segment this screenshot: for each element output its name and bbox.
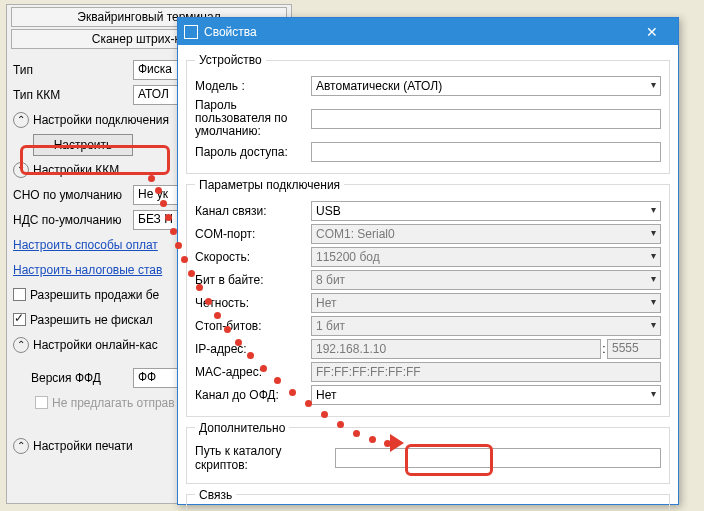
checkbox-allow-nonfiscal[interactable]	[13, 313, 26, 326]
bits-label: Бит в байте:	[195, 273, 311, 287]
properties-dialog: Свойства ✕ Устройство Модель : Автоматич…	[177, 17, 679, 505]
accesspass-label: Пароль доступа:	[195, 145, 311, 159]
ffd-label: Версия ФФД	[13, 371, 133, 385]
link-tax-rates[interactable]: Настроить налоговые став	[13, 263, 162, 277]
checkbox-allow-sales-label: Разрешить продажи бе	[30, 288, 159, 302]
scriptpath-input[interactable]	[335, 448, 661, 468]
model-label: Модель :	[195, 79, 311, 93]
chevron-up-icon[interactable]: ⌃	[13, 162, 29, 178]
group-device-legend: Устройство	[195, 53, 266, 67]
comport-label: COM-порт:	[195, 227, 311, 241]
dialog-title: Свойства	[204, 25, 632, 39]
ofd-dropdown[interactable]: Нет	[311, 385, 661, 405]
group-connection-legend: Параметры подключения	[195, 178, 344, 192]
mac-input: FF:FF:FF:FF:FF:FF	[311, 362, 661, 382]
kkm-type-label: Тип ККМ	[13, 88, 133, 102]
section-kkm[interactable]: Настройки ККМ	[33, 163, 119, 177]
type-label: Тип	[13, 63, 133, 77]
chevron-up-icon[interactable]: ⌃	[13, 438, 29, 454]
close-icon[interactable]: ✕	[632, 18, 672, 45]
link-payment-methods[interactable]: Настроить способы оплат	[13, 238, 158, 252]
section-online[interactable]: Настройки онлайн-кас	[33, 338, 158, 352]
bits-dropdown: 8 бит	[311, 270, 661, 290]
channel-dropdown[interactable]: USB	[311, 201, 661, 221]
comport-dropdown: COM1: Serial0	[311, 224, 661, 244]
group-device: Устройство Модель : Автоматически (АТОЛ)…	[186, 53, 670, 174]
parity-label: Четность:	[195, 296, 311, 310]
group-link-legend: Связь	[195, 488, 236, 502]
chevron-up-icon[interactable]: ⌃	[13, 112, 29, 128]
port-input: 5555	[607, 339, 661, 359]
sno-label: СНО по умолчанию	[13, 188, 133, 202]
parity-dropdown: Нет	[311, 293, 661, 313]
channel-label: Канал связи:	[195, 204, 311, 218]
scriptpath-label: Путь к каталогу скриптов:	[195, 444, 335, 472]
userpass-input[interactable]	[311, 109, 661, 129]
configure-button[interactable]: Настроить	[33, 134, 133, 156]
mac-label: MAC-адрес:	[195, 365, 311, 379]
section-print[interactable]: Настройки печати	[33, 439, 133, 453]
group-extra-legend: Дополнительно	[195, 421, 289, 435]
checkbox-allow-nonfiscal-label: Разрешить не фискал	[30, 313, 153, 327]
group-connection: Параметры подключения Канал связи: USB C…	[186, 178, 670, 417]
nds-label: НДС по-умолчанию	[13, 213, 133, 227]
checkbox-dont-offer-label: Не предлагать отправ	[52, 396, 175, 410]
model-dropdown[interactable]: Автоматически (АТОЛ)	[311, 76, 661, 96]
stopbits-dropdown: 1 бит	[311, 316, 661, 336]
userpass-label: Пароль пользователя по умолчанию:	[195, 99, 311, 139]
ip-label: IP-адрес:	[195, 342, 311, 356]
checkbox-dont-offer	[35, 396, 48, 409]
speed-dropdown: 115200 бод	[311, 247, 661, 267]
dialog-titlebar[interactable]: Свойства ✕	[178, 18, 678, 45]
window-icon	[184, 25, 198, 39]
ofd-label: Канал до ОФД:	[195, 388, 311, 402]
chevron-up-icon[interactable]: ⌃	[13, 337, 29, 353]
checkbox-allow-sales[interactable]	[13, 288, 26, 301]
speed-label: Скорость:	[195, 250, 311, 264]
accesspass-input[interactable]	[311, 142, 661, 162]
group-link: Связь Результат: Поиск Проверка связи Па…	[186, 488, 670, 511]
ip-input: 192.168.1.10	[311, 339, 601, 359]
group-extra: Дополнительно Путь к каталогу скриптов:	[186, 421, 670, 484]
section-connection[interactable]: Настройки подключения	[33, 113, 169, 127]
stopbits-label: Стоп-битов:	[195, 319, 311, 333]
